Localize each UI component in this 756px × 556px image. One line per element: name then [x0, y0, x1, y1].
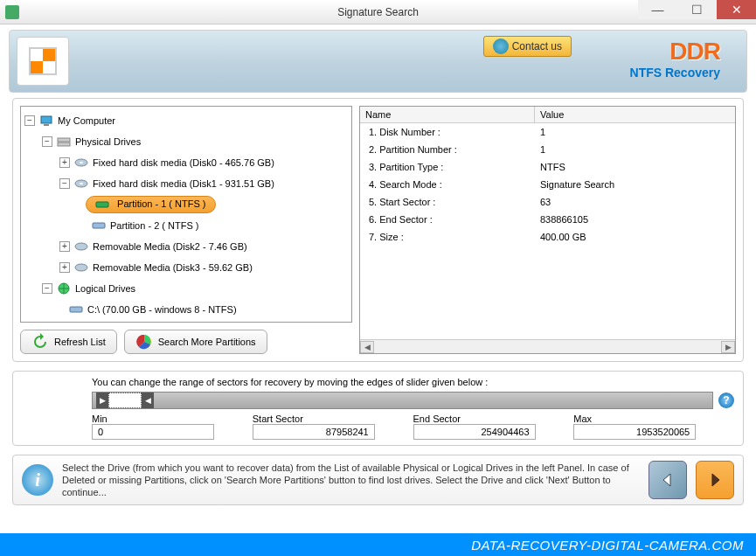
- refresh-label: Refresh List: [54, 337, 106, 347]
- app-logo-icon: [29, 47, 57, 75]
- sector-slider[interactable]: ▶ ◀: [92, 392, 713, 409]
- next-button[interactable]: [696, 461, 734, 499]
- end-sector-label: End Sector: [413, 414, 574, 424]
- svg-rect-9: [93, 223, 105, 228]
- tree-label: Physical Drives: [75, 136, 141, 147]
- tree-node-logical-drives[interactable]: − Logical Drives: [24, 278, 348, 299]
- contact-us-button[interactable]: Contact us: [483, 36, 572, 57]
- drive-tree[interactable]: − My Computer − Physical Drives + Fixed …: [20, 106, 352, 323]
- slider-thumb[interactable]: [108, 393, 142, 408]
- partition-icon: [91, 219, 107, 232]
- contact-label: Contact us: [512, 40, 562, 52]
- tree-label: Partition - 1 ( NTFS ): [117, 198, 205, 209]
- details-header: Name Value: [360, 107, 735, 123]
- back-button[interactable]: [648, 461, 687, 499]
- svg-point-5: [80, 162, 83, 163]
- min-label: Min: [92, 414, 253, 424]
- horizontal-scrollbar[interactable]: ◀ ▶: [360, 339, 735, 353]
- tree-label: Logical Drives: [75, 283, 135, 294]
- tree-label: Removable Media (Disk3 - 59.62 GB): [93, 262, 253, 273]
- collapse-icon[interactable]: −: [42, 136, 52, 147]
- start-sector-label: Start Sector: [253, 414, 413, 424]
- tree-node-disk0[interactable]: + Fixed hard disk media (Disk0 - 465.76 …: [24, 152, 348, 173]
- disk-icon: [68, 303, 84, 316]
- start-sector-value[interactable]: 87958241: [253, 424, 375, 440]
- column-value-header[interactable]: Value: [535, 107, 735, 122]
- tree-node-my-computer[interactable]: − My Computer: [24, 110, 348, 131]
- disk-icon: [73, 240, 89, 253]
- disk-icon: [73, 177, 89, 190]
- expand-icon[interactable]: +: [59, 157, 70, 168]
- details-row: 5. Start Sector :63: [360, 193, 735, 211]
- brand-subtitle: NTFS Recovery: [630, 66, 720, 80]
- tree-label: Removable Media (Disk2 - 7.46 GB): [93, 241, 247, 252]
- tree-node-drive-c[interactable]: C:\ (70.00 GB - windows 8 - NTFS): [24, 299, 348, 320]
- expand-icon[interactable]: +: [59, 262, 70, 273]
- sector-range-section: You can change the range of sectors for …: [12, 371, 744, 446]
- minimize-button[interactable]: —: [638, 0, 677, 19]
- svg-rect-3: [58, 142, 70, 146]
- collapse-icon[interactable]: −: [24, 115, 35, 126]
- svg-rect-8: [96, 202, 108, 207]
- max-label: Max: [573, 414, 734, 424]
- collapse-icon[interactable]: −: [42, 283, 52, 294]
- footer-bar: i Select the Drive (from which you want …: [12, 455, 744, 505]
- watermark-text: DATA-RECOVERY-DIGITAL-CAMERA.COM: [0, 533, 756, 556]
- tree-node-disk2[interactable]: + Removable Media (Disk2 - 7.46 GB): [24, 236, 348, 257]
- slider-right-arrow-icon[interactable]: ▶: [96, 393, 108, 408]
- app-logo-box: [17, 37, 69, 86]
- maximize-button[interactable]: ☐: [677, 0, 717, 19]
- titlebar: Signature Search — ☐ ✕: [0, 0, 756, 24]
- tree-node-partition-2[interactable]: Partition - 2 ( NTFS ): [24, 215, 348, 236]
- app-icon: [5, 5, 19, 19]
- svg-rect-2: [58, 138, 70, 142]
- scroll-right-icon[interactable]: ▶: [721, 341, 735, 353]
- details-panel: Name Value 1. Disk Number :1 2. Partitio…: [359, 106, 736, 354]
- disk-icon: [73, 261, 89, 274]
- svg-rect-1: [44, 124, 49, 126]
- collapse-icon[interactable]: −: [59, 178, 70, 189]
- tree-node-physical-drives[interactable]: − Physical Drives: [24, 131, 348, 152]
- contact-avatar-icon: [493, 38, 509, 54]
- window-title: Signature Search: [337, 6, 419, 18]
- main-panel: − My Computer − Physical Drives + Fixed …: [12, 98, 744, 362]
- tree-node-disk1[interactable]: − Fixed hard disk media (Disk1 - 931.51 …: [24, 173, 348, 194]
- details-body: 1. Disk Number :1 2. Partition Number :1…: [360, 123, 735, 339]
- expand-icon[interactable]: +: [59, 241, 70, 252]
- details-row: 1. Disk Number :1: [360, 123, 735, 141]
- refresh-list-button[interactable]: Refresh List: [20, 330, 117, 354]
- svg-point-7: [80, 183, 83, 184]
- svg-rect-0: [41, 116, 52, 123]
- info-icon: i: [22, 464, 53, 496]
- tree-label: Fixed hard disk media (Disk0 - 465.76 GB…: [93, 157, 274, 168]
- close-button[interactable]: ✕: [717, 0, 756, 19]
- scroll-track[interactable]: [374, 341, 721, 353]
- details-row: 7. Size :400.00 GB: [360, 228, 735, 246]
- details-row: 2. Partition Number :1: [360, 141, 735, 158]
- slider-instruction: You can change the range of sectors for …: [92, 377, 734, 387]
- partition-icon: [95, 198, 111, 211]
- details-row: 6. End Sector :838866105: [360, 211, 735, 228]
- max-value: 1953520065: [573, 424, 696, 440]
- globe-icon: [56, 282, 72, 295]
- details-row: 3. Partition Type :NTFS: [360, 158, 735, 176]
- brand-block: DDR NTFS Recovery: [630, 38, 720, 80]
- end-sector-value[interactable]: 254904463: [413, 424, 536, 440]
- slider-left-arrow-icon[interactable]: ◀: [142, 393, 154, 408]
- tree-label: Partition - 2 ( NTFS ): [110, 220, 198, 231]
- tree-label: My Computer: [58, 115, 115, 126]
- column-name-header[interactable]: Name: [360, 107, 535, 122]
- tree-panel: − My Computer − Physical Drives + Fixed …: [20, 106, 352, 354]
- min-value: 0: [92, 424, 214, 440]
- tree-node-partition-1[interactable]: Partition - 1 ( NTFS ): [24, 194, 348, 215]
- disk-icon: [73, 156, 89, 169]
- back-arrow-icon: [658, 470, 677, 490]
- scroll-left-icon[interactable]: ◀: [360, 341, 374, 353]
- svg-point-10: [75, 243, 87, 250]
- help-icon[interactable]: ?: [718, 393, 734, 408]
- header-banner: Contact us DDR NTFS Recovery: [9, 30, 747, 93]
- tree-node-disk3[interactable]: + Removable Media (Disk3 - 59.62 GB): [24, 257, 348, 278]
- search-more-partitions-button[interactable]: Search More Partitions: [124, 330, 267, 354]
- tree-label: Fixed hard disk media (Disk1 - 931.51 GB…: [93, 178, 274, 189]
- svg-rect-13: [70, 307, 82, 312]
